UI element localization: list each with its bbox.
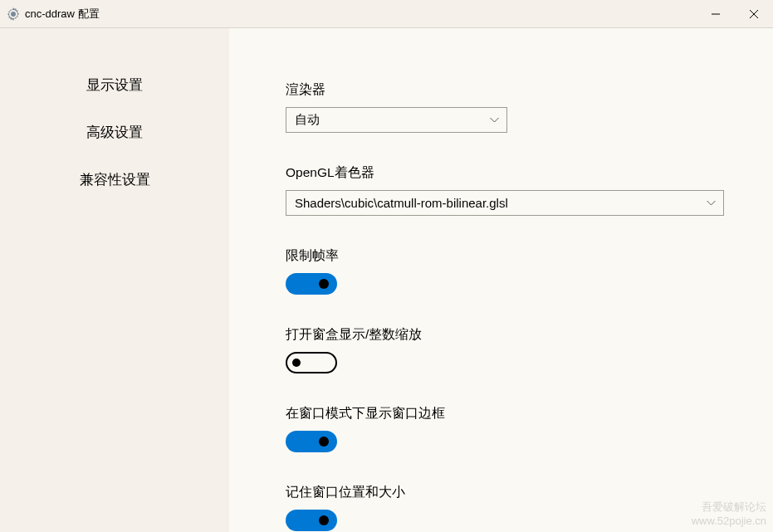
sidebar: 显示设置 高级设置 兼容性设置 (0, 28, 229, 532)
renderer-value: 自动 (295, 112, 320, 128)
boxscaling-label: 打开窗盒显示/整数缩放 (286, 326, 773, 344)
toggle-handle (292, 359, 301, 367)
shader-value: Shaders\cubic\catmull-rom-bilinear.glsl (295, 196, 508, 210)
toggle-handle (319, 515, 329, 525)
sidebar-item-display[interactable]: 显示设置 (0, 61, 229, 109)
fpslimit-label: 限制帧率 (286, 247, 773, 265)
fpslimit-toggle[interactable] (286, 273, 337, 295)
boxscaling-toggle[interactable] (286, 352, 337, 373)
toggle-handle (319, 437, 329, 447)
main-area: 显示设置 高级设置 兼容性设置 渲染器 自动 OpenGL着色器 Shaders… (0, 28, 773, 532)
remembersize-label: 记住窗口位置和大小 (286, 484, 773, 501)
shader-label: OpenGL着色器 (286, 164, 773, 182)
window-controls (697, 0, 773, 27)
toggle-handle (319, 279, 329, 289)
setting-renderer: 渲染器 自动 (286, 81, 773, 133)
shader-select[interactable]: Shaders\cubic\catmull-rom-bilinear.glsl (286, 190, 724, 216)
setting-windowborder: 在窗口模式下显示窗口边框 (286, 405, 773, 452)
gear-icon (7, 7, 20, 21)
window-title: cnc-ddraw 配置 (25, 7, 100, 22)
sidebar-item-advanced[interactable]: 高级设置 (0, 109, 229, 156)
setting-remembersize: 记住窗口位置和大小 (286, 484, 773, 531)
setting-shader: OpenGL着色器 Shaders\cubic\catmull-rom-bili… (286, 164, 773, 216)
setting-boxscaling: 打开窗盒显示/整数缩放 (286, 326, 773, 373)
renderer-select[interactable]: 自动 (286, 107, 507, 133)
windowborder-toggle[interactable] (286, 431, 337, 452)
renderer-label: 渲染器 (286, 81, 773, 99)
minimize-button[interactable] (697, 0, 735, 27)
windowborder-label: 在窗口模式下显示窗口边框 (286, 405, 773, 422)
close-button[interactable] (735, 0, 773, 27)
setting-fpslimit: 限制帧率 (286, 247, 773, 295)
titlebar: cnc-ddraw 配置 (0, 0, 773, 28)
sidebar-item-compat[interactable]: 兼容性设置 (0, 156, 229, 203)
remembersize-toggle[interactable] (286, 510, 337, 531)
content-panel: 渲染器 自动 OpenGL着色器 Shaders\cubic\catmull-r… (229, 28, 773, 532)
